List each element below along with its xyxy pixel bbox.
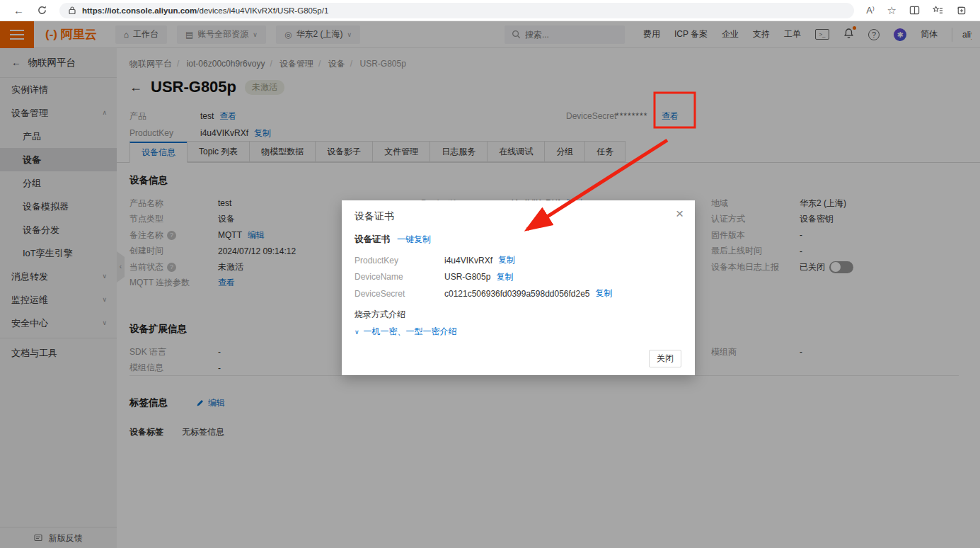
one-click-copy-link[interactable]: 一键复制 [397, 234, 431, 246]
copy-devicename-link[interactable]: 复制 [496, 271, 513, 283]
modal-productkey-value: i4u4VIKvRXf [444, 256, 492, 266]
browser-back-icon[interactable]: ← [13, 4, 24, 16]
close-icon[interactable]: × [676, 206, 684, 222]
split-screen-icon[interactable] [909, 5, 920, 16]
favorite-star-icon[interactable]: ☆ [887, 4, 897, 17]
url-text: https://iot.console.aliyun.com/devices/i… [82, 6, 328, 15]
device-certificate-dialog: 设备证书 × 设备证书 一键复制 ProductKey i4u4VIKvRXf … [342, 200, 695, 375]
favorites-bar-icon[interactable] [933, 5, 943, 16]
browser-refresh-icon[interactable] [37, 5, 47, 16]
modal-devicesecret-value: c0121c506936fd0399a598dd056fd2e5 [444, 289, 590, 299]
copy-productkey-link[interactable]: 复制 [498, 254, 515, 266]
modal-devicename-value: USR-G805p [444, 272, 490, 282]
lock-icon [68, 6, 76, 15]
close-button[interactable]: 关闭 [649, 350, 681, 367]
address-bar[interactable]: https://iot.console.aliyun.com/devices/i… [59, 3, 854, 18]
burn-method-title: 烧录方式介绍 [354, 309, 405, 321]
burn-method-expand-link[interactable]: ∨ 一机一密、一型一密介绍 [354, 326, 457, 338]
chevron-down-icon: ∨ [354, 329, 359, 336]
cert-section-label: 设备证书 [354, 234, 390, 246]
collections-icon[interactable] [956, 5, 967, 16]
dialog-title: 设备证书 [354, 210, 394, 223]
browser-toolbar: ← https://iot.console.aliyun.com/devices… [0, 0, 980, 21]
copy-devicesecret-link[interactable]: 复制 [596, 287, 613, 299]
read-aloud-icon[interactable]: A) [866, 5, 874, 16]
